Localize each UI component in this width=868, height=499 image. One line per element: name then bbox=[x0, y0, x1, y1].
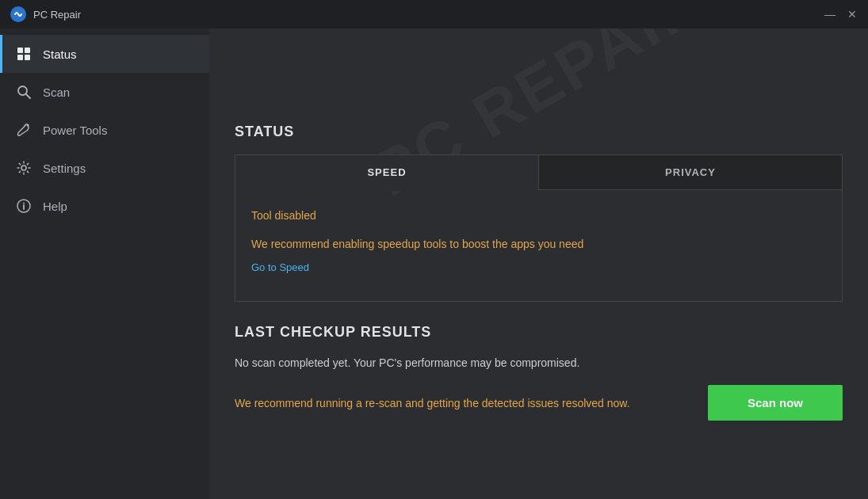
status-tabs-container: SPEED PRIVACY Tool disabled We recommend… bbox=[235, 154, 843, 302]
content-area: PC REPAIR STATUS SPEED PRIVACY Tool disa… bbox=[209, 29, 868, 499]
sidebar-label-settings: Settings bbox=[43, 162, 86, 175]
go-to-speed-link[interactable]: Go to Speed bbox=[251, 261, 309, 273]
app-title: PC Repair bbox=[33, 9, 824, 21]
svg-point-11 bbox=[23, 203, 25, 204]
tab-speed-content: Tool disabled We recommend enabling spee… bbox=[235, 190, 842, 301]
svg-rect-2 bbox=[25, 48, 30, 53]
tool-disabled-word: disabled bbox=[275, 209, 316, 222]
tool-disabled-text: Tool disabled bbox=[251, 209, 826, 222]
svg-rect-4 bbox=[25, 55, 30, 60]
sidebar-item-power-tools[interactable]: Power Tools bbox=[0, 111, 209, 149]
recommend-scan-highlight: detected issues resolved now. bbox=[482, 397, 630, 409]
last-checkup-title: LAST CHECKUP RESULTS bbox=[235, 324, 843, 341]
recommend-scan-text: We recommend running a re-scan and getti… bbox=[235, 397, 692, 409]
sidebar: Status Scan Power Tools bbox=[0, 29, 209, 499]
sidebar-item-help[interactable]: Help bbox=[0, 187, 209, 225]
sidebar-item-settings[interactable]: Settings bbox=[0, 149, 209, 187]
svg-rect-3 bbox=[17, 55, 23, 60]
main-layout: Status Scan Power Tools bbox=[0, 29, 868, 499]
status-title: STATUS bbox=[235, 124, 843, 140]
tab-speed[interactable]: SPEED bbox=[235, 155, 538, 191]
svg-rect-1 bbox=[17, 48, 23, 53]
recommend-prefix: We recommend enabling speedup tools to b… bbox=[251, 238, 510, 250]
sidebar-label-power-tools: Power Tools bbox=[43, 124, 107, 137]
titlebar: PC Repair — ✕ bbox=[0, 0, 868, 29]
svg-line-6 bbox=[26, 94, 30, 98]
tabs-header: SPEED PRIVACY bbox=[235, 155, 842, 190]
app-logo bbox=[10, 6, 27, 23]
info-icon bbox=[16, 198, 32, 214]
tool-disabled-prefix: Tool bbox=[251, 209, 275, 222]
no-scan-text: No scan completed yet. Your PC's perform… bbox=[235, 356, 843, 369]
gear-icon bbox=[16, 160, 32, 176]
window-controls: — ✕ bbox=[824, 8, 858, 21]
sidebar-item-status[interactable]: Status bbox=[0, 35, 209, 73]
sidebar-label-scan: Scan bbox=[43, 86, 70, 99]
grid-icon bbox=[16, 46, 32, 62]
sidebar-label-help: Help bbox=[43, 200, 67, 213]
svg-point-7 bbox=[27, 124, 29, 127]
svg-point-5 bbox=[18, 86, 27, 95]
sidebar-item-scan[interactable]: Scan bbox=[0, 73, 209, 111]
close-button[interactable]: ✕ bbox=[846, 8, 858, 21]
recommend-text: We recommend enabling speedup tools to b… bbox=[251, 238, 826, 250]
recommend-highlight: apps you need bbox=[510, 238, 583, 250]
search-icon bbox=[16, 84, 32, 100]
scan-now-button[interactable]: Scan now bbox=[708, 385, 843, 421]
tab-privacy[interactable]: PRIVACY bbox=[538, 155, 842, 190]
recommend-scan-row: We recommend running a re-scan and getti… bbox=[235, 385, 843, 421]
recommend-scan-prefix: We recommend running a re-scan and getti… bbox=[235, 397, 482, 409]
wrench-icon bbox=[16, 122, 32, 138]
svg-point-8 bbox=[21, 166, 26, 170]
watermark: PC REPAIR bbox=[235, 51, 843, 124]
minimize-button[interactable]: — bbox=[824, 8, 836, 21]
sidebar-label-status: Status bbox=[43, 48, 77, 61]
